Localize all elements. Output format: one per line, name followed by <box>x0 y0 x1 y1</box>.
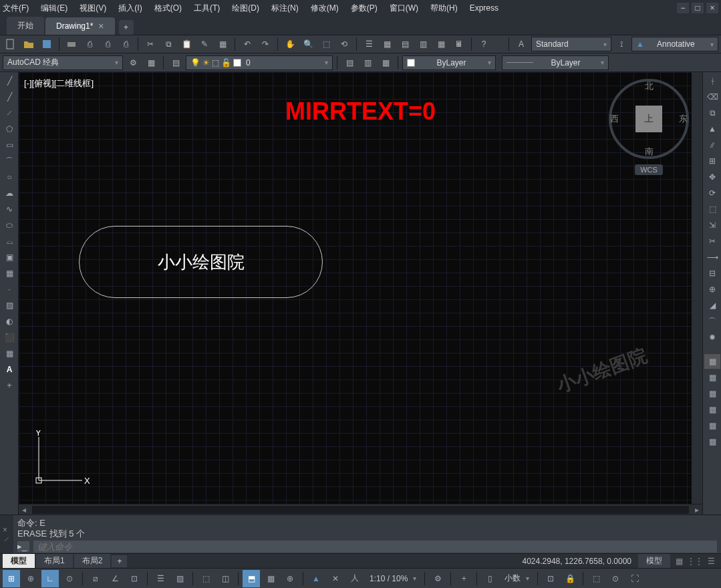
isodraft-icon[interactable]: ⧄ <box>87 570 104 587</box>
transparency-icon[interactable]: ▨ <box>171 570 188 587</box>
menu-tools[interactable]: 工具(T) <box>194 3 220 14</box>
copy-icon[interactable]: ⧉ <box>160 36 176 52</box>
command-input[interactable] <box>33 541 717 553</box>
extend-icon[interactable]: ⟶ <box>704 250 720 265</box>
move-icon[interactable]: ✥ <box>704 170 720 184</box>
menu-express[interactable]: Express <box>470 3 498 13</box>
redo-icon[interactable]: ↷ <box>257 36 273 52</box>
text-object[interactable]: 小小绘图院 <box>158 251 245 274</box>
zoom-icon[interactable]: 🔍 <box>300 36 316 52</box>
polar-tracking-icon[interactable]: ⊙ <box>61 570 78 587</box>
properties-icon[interactable]: ☰ <box>361 36 377 52</box>
zoom-previous-icon[interactable]: ⟲ <box>336 36 352 52</box>
dim-style-dropdown[interactable]: ▲ Annotative▾ <box>631 37 718 51</box>
snap-mode-icon[interactable]: ⊞ <box>3 570 20 587</box>
draworder-back-icon[interactable]: ▦ <box>704 370 720 385</box>
zoom-window-icon[interactable]: ⬚ <box>318 36 334 52</box>
offset-icon[interactable]: ⫽ <box>704 138 720 152</box>
make-block-icon[interactable]: ▦ <box>1 266 17 281</box>
annotation-scale-icon[interactable]: 人 <box>346 570 364 587</box>
lock-ui-icon[interactable]: 🔒 <box>561 570 579 587</box>
construction-line-icon[interactable]: ╱ <box>1 90 17 104</box>
units-dropdown[interactable]: 小数▾ <box>500 573 533 584</box>
3dprint-icon[interactable]: ⎙ <box>118 36 134 52</box>
menu-help[interactable]: 帮助(H) <box>430 3 458 14</box>
menu-parametric[interactable]: 参数(P) <box>351 3 378 14</box>
view-label[interactable]: [-][俯视][二维线框] <box>24 78 94 90</box>
rotate-icon[interactable]: ⟳ <box>704 186 720 200</box>
markup-icon[interactable]: ▦ <box>433 36 449 52</box>
menu-insert[interactable]: 插入(I) <box>118 3 142 14</box>
mtext-icon[interactable]: A <box>1 362 17 377</box>
scroll-right-icon[interactable]: ▸ <box>692 504 702 515</box>
model-space-button[interactable]: 模型 <box>638 554 670 568</box>
workspace-switch-icon[interactable]: ⚙ <box>429 570 446 587</box>
design-center-icon[interactable]: ▦ <box>379 36 395 52</box>
compass-north[interactable]: 北 <box>645 80 654 92</box>
scrollbar-horizontal[interactable]: ◂ ▸ <box>19 504 702 514</box>
layout-tab-add[interactable]: + <box>112 555 127 567</box>
workspace-settings-icon[interactable]: ⚙ <box>125 55 141 71</box>
menu-edit[interactable]: 编辑(E) <box>41 3 67 14</box>
isolate-objects-icon[interactable]: ⬚ <box>587 570 605 587</box>
viewcube[interactable]: 北 南 西 东 上 WCS <box>602 79 696 186</box>
menu-window[interactable]: 窗口(W) <box>390 3 418 14</box>
ellipse-arc-icon[interactable]: ⌓ <box>1 234 17 249</box>
compass-east[interactable]: 东 <box>679 113 688 125</box>
menu-format[interactable]: 格式(O) <box>154 3 182 14</box>
draworder-front-icon[interactable]: ▦ <box>704 354 720 369</box>
add-selected-icon[interactable]: + <box>1 378 17 393</box>
color-dropdown[interactable]: ByLayer▾ <box>402 55 496 70</box>
linetype-dropdown[interactable]: ByLayer▾ <box>502 55 609 70</box>
point-icon[interactable]: · <box>1 282 17 297</box>
layout-tab-2[interactable]: 布局2 <box>74 554 111 568</box>
arc-icon[interactable]: ⌒ <box>1 154 17 168</box>
distance-icon[interactable]: ⟊ <box>704 74 720 88</box>
2d-osnap-icon[interactable]: ⊡ <box>126 570 143 587</box>
chamfer-icon[interactable]: ◢ <box>704 298 720 313</box>
array-icon[interactable]: ⊞ <box>704 154 720 168</box>
hatch-icon[interactable]: ▨ <box>1 298 17 313</box>
print-icon[interactable] <box>63 36 80 52</box>
annotation-visibility-icon[interactable]: ▲ <box>307 570 325 587</box>
layer-iso-icon[interactable]: ▥ <box>359 55 376 71</box>
ellipse-icon[interactable]: ⬭ <box>1 218 17 233</box>
clean-screen-icon[interactable]: ⛶ <box>626 570 643 587</box>
new-icon[interactable] <box>3 36 19 52</box>
rounded-rectangle-object[interactable]: 小小绘图院 <box>79 226 323 298</box>
publish-icon[interactable]: ⎙ <box>100 36 116 52</box>
minimize-button[interactable]: − <box>677 3 689 13</box>
explode-icon[interactable]: ✹ <box>704 330 720 345</box>
gradient-icon[interactable]: ◐ <box>1 314 17 329</box>
draworder-above-icon[interactable]: ▦ <box>704 386 720 401</box>
draworder-hatch-icon[interactable]: ▦ <box>704 434 720 449</box>
undo-icon[interactable]: ↶ <box>239 36 255 52</box>
tab-start[interactable]: 开始 <box>7 17 44 35</box>
table-icon[interactable]: ▦ <box>1 346 17 361</box>
ortho-mode-icon[interactable]: ∟ <box>41 570 59 587</box>
polygon-icon[interactable]: ⬠ <box>1 122 17 136</box>
layer-state-icon[interactable]: ▤ <box>341 55 357 71</box>
hardware-accel-icon[interactable]: ⊙ <box>607 570 624 587</box>
menu-view[interactable]: 视图(V) <box>80 3 106 14</box>
wcs-badge[interactable]: WCS <box>635 164 663 175</box>
paste-icon[interactable]: 📋 <box>178 36 194 52</box>
rectangle-icon[interactable]: ▭ <box>1 138 17 152</box>
insert-block-icon[interactable]: ▣ <box>1 250 17 265</box>
grid-display-icon[interactable]: ▦ <box>672 555 686 568</box>
spline-icon[interactable]: ∿ <box>1 202 17 216</box>
tab-close-icon[interactable]: × <box>98 21 104 31</box>
layer-properties-icon[interactable]: ▤ <box>168 55 184 71</box>
scroll-left-icon[interactable]: ◂ <box>19 504 29 515</box>
annotation-monitor-icon[interactable]: + <box>455 570 472 587</box>
menu-dimension[interactable]: 标注(N) <box>271 3 299 14</box>
erase-icon[interactable]: ⌫ <box>704 90 720 104</box>
status-menu-icon[interactable]: ☰ <box>704 555 718 568</box>
region-icon[interactable]: ⬛ <box>1 330 17 345</box>
gizmo-icon[interactable]: ⊕ <box>281 570 299 587</box>
polyline-icon[interactable]: ⟋ <box>1 106 17 120</box>
circle-icon[interactable]: ○ <box>1 170 17 184</box>
quickcalc-icon[interactable]: 🖩 <box>451 36 467 52</box>
layer-dropdown[interactable]: 💡 ☀ ⬚ 🔓 0 ▾ <box>186 55 333 70</box>
restore-button[interactable]: □ <box>692 3 704 13</box>
